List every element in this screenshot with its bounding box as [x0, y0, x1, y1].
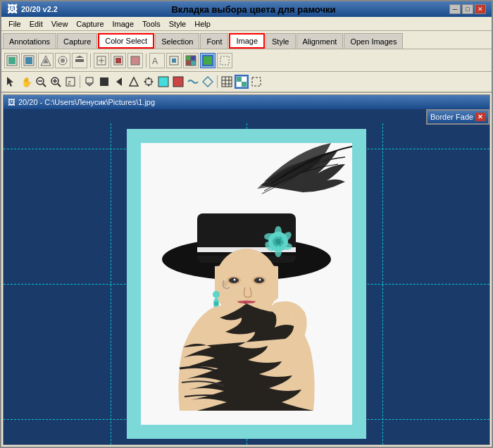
toolbar-sep-2: [146, 54, 146, 68]
svg-point-64: [275, 239, 281, 244]
svg-marker-41: [147, 85, 150, 87]
svg-rect-19: [186, 56, 191, 61]
menu-help[interactable]: Help: [190, 18, 215, 30]
toolbar-wave-btn[interactable]: [186, 75, 200, 89]
toolbar-teal-btn[interactable]: [156, 75, 170, 89]
toolbar-paint-btn[interactable]: [82, 75, 96, 89]
toolbar-arrow-btn[interactable]: [4, 75, 18, 89]
toolbar-zoom-out-btn[interactable]: [34, 75, 48, 89]
menu-style[interactable]: Style: [165, 18, 190, 30]
tab-capture[interactable]: Capture: [57, 33, 97, 49]
svg-line-31: [58, 84, 61, 87]
toolbar-btn-12[interactable]: [200, 53, 216, 68]
svg-marker-37: [116, 77, 122, 86]
svg-marker-38: [130, 77, 138, 86]
tab-style[interactable]: Style: [266, 33, 295, 49]
menu-image[interactable]: Image: [108, 18, 139, 30]
svg-rect-36: [100, 77, 108, 86]
tab-open-images[interactable]: Open Images: [344, 33, 403, 49]
tab-alignment[interactable]: Alignment: [297, 33, 344, 49]
toolbar-btn-11[interactable]: [183, 53, 199, 68]
menu-capture[interactable]: Capture: [72, 18, 108, 30]
canvas-area: [4, 123, 489, 444]
maximize-button[interactable]: □: [462, 4, 473, 14]
toolbar-btn-1[interactable]: [4, 53, 20, 68]
content-area: 🖼 20/20 - C:\Users\Ленусик\Pictures\1.jp…: [1, 93, 492, 447]
svg-marker-46: [203, 77, 213, 87]
svg-rect-1: [8, 57, 15, 64]
menu-tools[interactable]: Tools: [138, 18, 165, 30]
toolbar2-sep-1: [80, 75, 80, 88]
toolbar-btn-3[interactable]: [38, 53, 54, 68]
sub-window-title-bar: 🖼 20/20 - C:\Users\Ленусик\Pictures\1.jp…: [4, 95, 489, 109]
svg-rect-39: [146, 79, 151, 85]
toolbar-btn-4[interactable]: [55, 53, 70, 68]
tab-color-select[interactable]: Color Select: [98, 33, 154, 49]
photo-frame: [127, 129, 366, 439]
toolbar-hand-btn[interactable]: ✋: [19, 75, 33, 89]
svg-rect-56: [252, 77, 261, 86]
svg-point-68: [275, 246, 282, 257]
svg-rect-22: [191, 61, 196, 66]
svg-marker-25: [7, 77, 13, 87]
close-button[interactable]: ✕: [475, 4, 486, 14]
svg-marker-5: [43, 58, 49, 63]
menu-edit[interactable]: Edit: [25, 18, 47, 30]
title-bar-left: 🖼 20/20 v2.2: [7, 4, 58, 15]
photo-content: [141, 143, 352, 425]
menu-bar: File Edit View Capture Image Tools Style…: [1, 17, 492, 31]
svg-rect-44: [158, 77, 168, 87]
svg-rect-8: [75, 59, 84, 62]
toolbar-btn-7[interactable]: [111, 53, 126, 68]
toolbar-pencil-btn[interactable]: [249, 75, 263, 89]
toolbar-red-btn[interactable]: [171, 75, 185, 89]
toolbar-move-btn[interactable]: [142, 75, 156, 89]
svg-rect-54: [237, 82, 242, 87]
svg-rect-15: [131, 56, 139, 65]
toolbar-row2: ✋ Z: [1, 72, 492, 93]
menu-view[interactable]: View: [47, 18, 73, 30]
svg-rect-3: [25, 57, 32, 64]
menu-file[interactable]: File: [4, 18, 25, 30]
tab-font[interactable]: Font: [200, 33, 228, 49]
toolbar-zoom-in-btn[interactable]: [49, 75, 63, 89]
toolbar-grid-btn[interactable]: [220, 75, 234, 89]
svg-rect-45: [173, 77, 183, 87]
svg-rect-53: [242, 82, 246, 87]
svg-marker-43: [151, 80, 154, 83]
svg-text:A: A: [152, 56, 158, 66]
toolbar-btn-5[interactable]: [72, 53, 87, 68]
toolbar-checker-btn[interactable]: [235, 75, 249, 89]
toolbar2-sep-2: [217, 75, 218, 88]
svg-point-67: [281, 243, 292, 250]
toolbar-btn-10[interactable]: [166, 53, 182, 68]
minimize-button[interactable]: ─: [449, 4, 461, 14]
toolbar-btn-8[interactable]: [127, 53, 143, 68]
toolbar-btn-13[interactable]: [217, 53, 232, 68]
svg-rect-20: [191, 56, 196, 61]
svg-point-79: [259, 279, 261, 281]
svg-point-78: [234, 279, 236, 281]
tab-image[interactable]: Image: [229, 33, 265, 49]
svg-marker-40: [147, 77, 150, 79]
main-window: 🖼 20/20 v2.2 Вкладка выбора цвета для ра…: [0, 0, 493, 448]
toolbar-left-btn[interactable]: [112, 75, 126, 89]
svg-marker-42: [144, 80, 146, 83]
border-fade-close-btn[interactable]: ✕: [475, 113, 485, 121]
tab-selection[interactable]: Selection: [155, 33, 199, 49]
image-container: [127, 129, 366, 439]
toolbar-triangle-btn[interactable]: [127, 75, 141, 89]
v-line-left: [111, 123, 111, 444]
photo-svg: [141, 143, 352, 425]
toolbar-diamond-btn[interactable]: [201, 75, 215, 89]
toolbar-fill-btn[interactable]: [97, 75, 111, 89]
title-bar-controls: ─ □ ✕: [449, 4, 486, 14]
border-fade-label: Border Fade: [430, 113, 473, 121]
toolbar-row1: A: [1, 49, 492, 72]
tab-annotations[interactable]: Annotations: [3, 33, 56, 49]
toolbar-zoom-fit-btn[interactable]: Z: [63, 75, 77, 89]
toolbar-btn-2[interactable]: [21, 53, 37, 68]
v-line-right: [382, 123, 383, 444]
toolbar-btn-6[interactable]: [94, 53, 109, 68]
toolbar-btn-9[interactable]: A: [149, 53, 165, 68]
